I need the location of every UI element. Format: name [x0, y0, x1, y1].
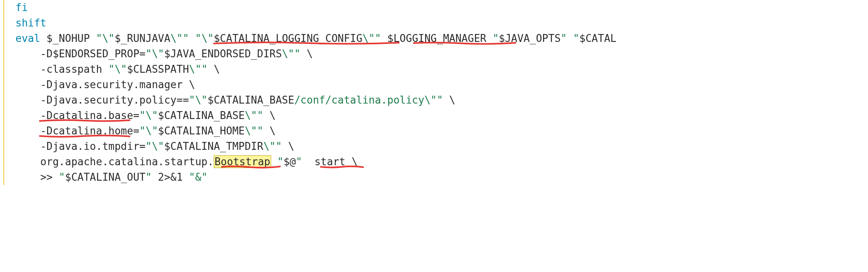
code-backslash: \: [351, 156, 358, 168]
code-var: $CLASSPATH: [127, 63, 189, 75]
code-var: $CATAL: [579, 32, 617, 44]
code-var: $CATALINA_LOGGING_CONFIG: [214, 32, 363, 44]
code-text: -Djava.io.tmpdir=: [40, 140, 146, 152]
code-quote: \"": [245, 110, 263, 121]
code-indent: [15, 63, 40, 75]
code-container: fi shift eval $_NOHUP "\"$_RUNJAVA\"" "\…: [3, 0, 868, 185]
code-quote: "\": [195, 32, 214, 44]
code-backslash: \: [263, 125, 275, 137]
code-quote: ": [59, 171, 65, 183]
code-var: $@: [283, 156, 296, 168]
code-indent: [15, 110, 40, 121]
code-quote: \"": [170, 32, 195, 44]
code-quote: ": [201, 171, 208, 183]
code-quote: ": [271, 156, 283, 168]
code-var: $JAVA_ENDORSED_DIRS: [164, 48, 282, 60]
code-quote: "\": [108, 63, 127, 75]
code-quote: "\": [189, 94, 207, 106]
code-quote: \"": [189, 63, 207, 75]
keyword-eval: eval: [15, 32, 40, 44]
code-indent: [15, 125, 40, 137]
code-var: $CATALINA_BASE: [207, 94, 294, 106]
code-quote: ": [296, 156, 308, 168]
code-quote: ": [189, 171, 195, 183]
code-backslash: \: [300, 48, 313, 60]
code-block: fi shift eval $_NOHUP "\"$_RUNJAVA\"" "\…: [4, 0, 868, 185]
code-indent: [15, 48, 40, 60]
code-var: $CATALINA_BASE: [158, 110, 245, 121]
highlight-bootstrap: Bootstrap: [214, 155, 271, 168]
keyword-fi: fi: [15, 2, 28, 13]
code-backslash: \: [443, 94, 455, 106]
code-quote: "\": [139, 110, 158, 121]
code-var: $CATALINA_TMPDIR: [164, 140, 263, 152]
code-quote: "\": [146, 48, 164, 60]
code-text: -classpath: [40, 63, 108, 75]
code-path: /conf/catalina.policy: [294, 94, 424, 106]
code-text: org.apache.catalina.startup.: [40, 156, 214, 168]
code-quote: \"": [363, 32, 381, 44]
code-quote: ": [492, 32, 499, 44]
code-indent: [15, 79, 40, 91]
code-text: -Djava.security.manager \: [40, 79, 195, 91]
code-var: $CATALINA_OUT: [65, 171, 146, 183]
code-backslash: \: [282, 140, 294, 152]
code-text: start: [308, 156, 352, 168]
code-backslash: \: [263, 110, 275, 121]
code-var: $LOGGING_MANAGER: [381, 32, 493, 44]
keyword-shift: shift: [15, 17, 46, 29]
code-var: $_RUNJAVA: [114, 32, 170, 44]
code-indent: [15, 140, 40, 152]
code-text: $_NOHUP: [40, 32, 96, 44]
code-quote: \"": [424, 94, 443, 106]
code-quote: \"": [245, 125, 263, 137]
code-text: >>: [40, 171, 59, 183]
code-text: &: [195, 171, 201, 183]
code-backslash: \: [207, 63, 220, 75]
code-indent: [15, 156, 40, 168]
code-quote: "\": [139, 125, 158, 137]
code-text: -Dcatalina.base=: [40, 110, 139, 121]
code-quote: \"": [282, 48, 300, 60]
code-indent: [15, 94, 40, 106]
code-quote: ": [146, 171, 152, 183]
code-quote: ": [573, 32, 579, 44]
code-text: -Dcatalina.home=: [40, 125, 139, 137]
code-quote: ": [561, 32, 573, 44]
code-var: $JAVA_OPTS: [499, 32, 561, 44]
code-quote: "\": [146, 140, 164, 152]
code-var: $CATALINA_HOME: [158, 125, 245, 137]
code-indent: [15, 171, 40, 183]
code-text: -D$ENDORSED_PROP=: [40, 48, 146, 60]
code-quote: "\": [96, 32, 115, 44]
code-quote: \"": [263, 140, 282, 152]
code-text: -Djava.security.policy==: [40, 94, 189, 106]
code-text: 2>&1: [152, 171, 189, 183]
